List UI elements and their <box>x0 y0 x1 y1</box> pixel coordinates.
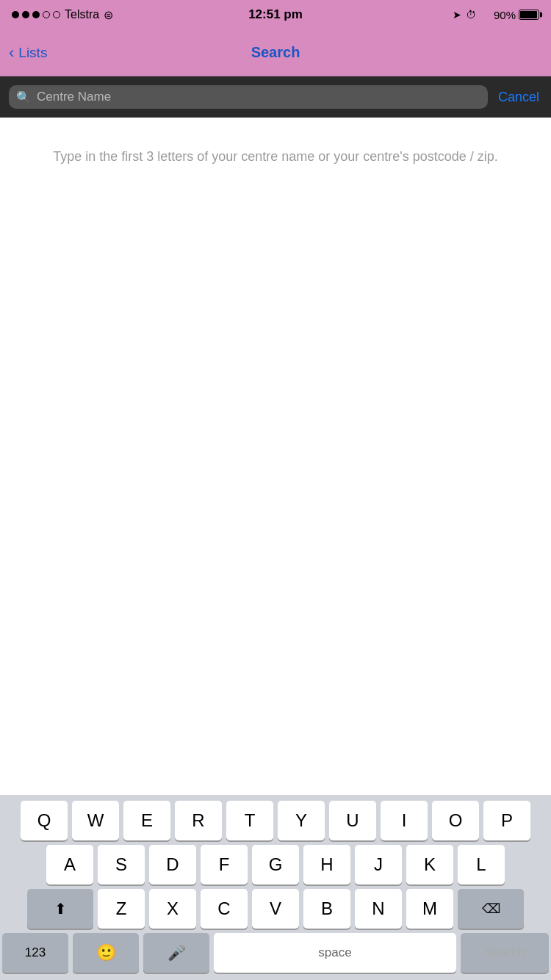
back-chevron-icon: ‹ <box>9 45 14 61</box>
signal-dot-2 <box>22 11 29 18</box>
key-J[interactable]: J <box>355 845 402 884</box>
shift-key[interactable]: ⬆ <box>27 889 93 929</box>
key-G[interactable]: G <box>252 845 299 884</box>
battery-container: 90% <box>494 9 539 21</box>
hint-text: Type in the first 3 letters of your cent… <box>15 147 536 167</box>
search-input[interactable] <box>37 90 480 104</box>
signal-dots <box>12 11 60 18</box>
back-label: Lists <box>18 45 47 61</box>
numbers-label: 123 <box>25 945 46 960</box>
keyboard-row-2: A S D F G H J K L <box>2 845 549 884</box>
numbers-key[interactable]: 123 <box>2 933 68 973</box>
emoji-icon: 🙂 <box>96 943 116 962</box>
key-N[interactable]: N <box>355 889 402 929</box>
back-button[interactable]: ‹ Lists <box>9 45 47 61</box>
battery-percent: 90% <box>494 9 516 21</box>
key-P[interactable]: P <box>483 801 530 840</box>
wifi-icon: ⊜ <box>104 8 113 22</box>
signal-dot-3 <box>32 11 40 18</box>
search-bar-container: 🔍 Cancel <box>0 76 551 118</box>
status-left: Telstra ⊜ <box>12 8 113 22</box>
key-I[interactable]: I <box>381 801 428 840</box>
key-X[interactable]: X <box>149 889 196 929</box>
alarm-icon: ⏱ <box>466 9 476 21</box>
status-bar: Telstra ⊜ 12:51 pm ➤ ⏱ ⠀ 90% <box>0 0 551 29</box>
bluetooth-icon: ⠀ <box>480 8 489 22</box>
keyboard-row-3: ⬆ Z X C V B N M ⌫ <box>2 889 549 929</box>
status-time: 12:51 pm <box>248 7 303 22</box>
emoji-key[interactable]: 🙂 <box>73 933 139 973</box>
space-key[interactable]: space <box>214 933 456 973</box>
key-E[interactable]: E <box>123 801 170 840</box>
key-Q[interactable]: Q <box>21 801 68 840</box>
key-Y[interactable]: Y <box>278 801 325 840</box>
main-content: Type in the first 3 letters of your cent… <box>0 118 551 196</box>
signal-dot-5 <box>53 11 60 18</box>
cancel-button[interactable]: Cancel <box>495 87 542 108</box>
key-H[interactable]: H <box>303 845 350 884</box>
signal-dot-4 <box>43 11 50 18</box>
return-key[interactable]: Search <box>461 933 549 973</box>
page-title: Search <box>251 44 300 61</box>
keyboard-row-1: Q W E R T Y U I O P <box>2 801 549 840</box>
mic-key[interactable]: 🎤 <box>143 933 209 973</box>
battery-fill <box>520 11 537 18</box>
search-input-wrapper: 🔍 <box>9 85 488 109</box>
signal-dot-1 <box>12 11 19 18</box>
key-M[interactable]: M <box>406 889 453 929</box>
key-S[interactable]: S <box>98 845 145 884</box>
return-label: Search <box>485 945 525 960</box>
key-A[interactable]: A <box>46 845 93 884</box>
battery-icon <box>519 10 539 20</box>
status-right: ➤ ⏱ ⠀ 90% <box>453 8 539 22</box>
keyboard-row-4: 123 🙂 🎤 space Search <box>2 933 549 973</box>
shift-icon: ⬆ <box>54 900 67 918</box>
key-D[interactable]: D <box>149 845 196 884</box>
search-icon: 🔍 <box>16 90 31 104</box>
key-R[interactable]: R <box>175 801 222 840</box>
carrier-name: Telstra <box>65 8 99 21</box>
nav-bar: ‹ Lists Search <box>0 29 551 76</box>
key-C[interactable]: C <box>201 889 248 929</box>
key-F[interactable]: F <box>201 845 248 884</box>
key-V[interactable]: V <box>252 889 299 929</box>
space-label: space <box>318 945 351 960</box>
location-icon: ➤ <box>453 9 461 21</box>
key-B[interactable]: B <box>303 889 350 929</box>
key-L[interactable]: L <box>458 845 505 884</box>
delete-key[interactable]: ⌫ <box>458 889 524 929</box>
keyboard: Q W E R T Y U I O P A S D F G H J K L ⬆ … <box>0 795 551 980</box>
delete-icon: ⌫ <box>482 901 500 917</box>
key-T[interactable]: T <box>226 801 273 840</box>
key-O[interactable]: O <box>432 801 479 840</box>
key-U[interactable]: U <box>329 801 376 840</box>
key-W[interactable]: W <box>72 801 119 840</box>
mic-icon: 🎤 <box>168 944 186 962</box>
key-K[interactable]: K <box>406 845 453 884</box>
key-Z[interactable]: Z <box>98 889 145 929</box>
